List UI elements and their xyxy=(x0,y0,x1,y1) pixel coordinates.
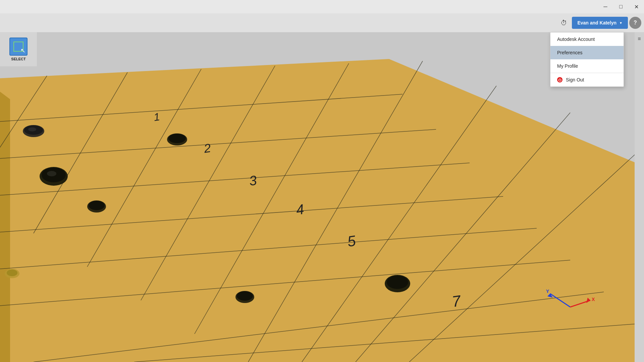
history-icon: ⏱ xyxy=(560,19,567,27)
3d-viewport[interactable]: 1 2 3 4 5 7 Y xyxy=(0,32,644,362)
autodesk-account-menu-item[interactable]: Autodesk Account xyxy=(550,33,624,46)
chevron-down-icon: ▼ xyxy=(619,21,623,25)
account-button[interactable]: Evan and Katelyn ▼ xyxy=(572,17,628,29)
svg-point-31 xyxy=(47,171,56,176)
history-button[interactable]: ⏱ xyxy=(557,16,571,29)
preferences-menu-item[interactable]: Preferences xyxy=(550,46,624,59)
cursor-icon: ↖ xyxy=(20,48,25,54)
help-button[interactable]: ? xyxy=(629,17,641,29)
svg-text:X: X xyxy=(592,297,595,302)
select-tool-item[interactable]: ↖ SELECT xyxy=(3,35,34,64)
svg-point-33 xyxy=(168,134,186,143)
svg-point-28 xyxy=(28,127,36,131)
maximize-button[interactable]: □ xyxy=(613,0,629,13)
edge-bar-icon-1: ≡ xyxy=(635,35,643,43)
sign-out-icon: ⏻ xyxy=(557,77,562,82)
toolbar: ⏱ Evan and Katelyn ▼ ? xyxy=(0,13,644,32)
svg-point-41 xyxy=(7,269,17,276)
my-profile-menu-item[interactable]: My Profile xyxy=(550,59,624,73)
help-icon: ? xyxy=(634,20,637,26)
account-dropdown-menu: Autodesk Account Preferences My Profile … xyxy=(550,32,624,87)
sign-out-menu-item[interactable]: ⏻ Sign Out xyxy=(550,73,624,86)
sign-out-label: Sign Out xyxy=(566,77,584,82)
right-edge-bar: ≡ xyxy=(635,32,644,362)
account-name-label: Evan and Katelyn xyxy=(577,20,616,25)
select-tool-icon: ↖ xyxy=(9,38,28,56)
svg-point-39 xyxy=(237,291,253,301)
preferences-label: Preferences xyxy=(557,50,582,55)
close-button[interactable]: ✕ xyxy=(629,0,644,13)
titlebar: ─ □ ✕ xyxy=(0,0,644,13)
board-canvas: 1 2 3 4 5 7 Y xyxy=(0,32,644,362)
autodesk-account-label: Autodesk Account xyxy=(557,37,595,42)
my-profile-label: My Profile xyxy=(557,63,578,69)
select-tool-label: SELECT xyxy=(11,57,25,61)
svg-point-37 xyxy=(387,276,408,289)
svg-point-35 xyxy=(89,201,105,210)
minimize-button[interactable]: ─ xyxy=(598,0,613,13)
svg-text:Y: Y xyxy=(546,289,549,294)
left-tool-panel: ↖ SELECT xyxy=(0,32,37,66)
